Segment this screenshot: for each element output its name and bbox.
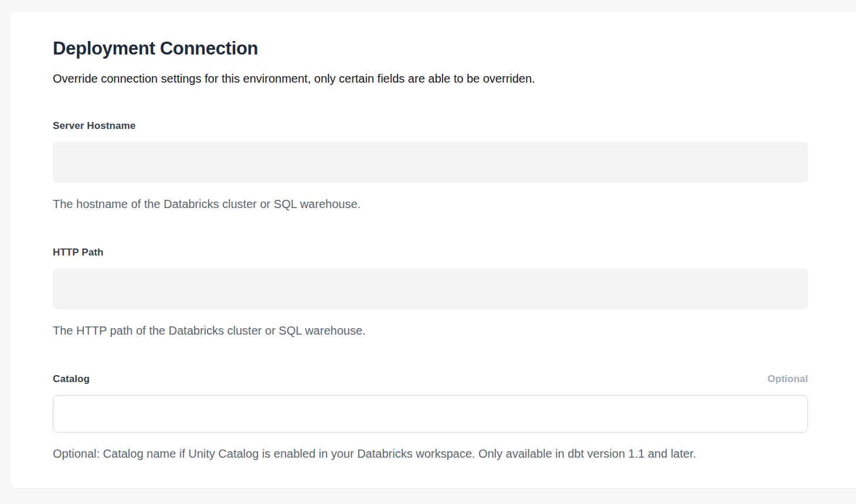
http-path-help: The HTTP path of the Databricks cluster … <box>53 323 808 338</box>
server-hostname-field: Server Hostname The hostname of the Data… <box>53 120 808 212</box>
optional-badge: Optional <box>767 373 808 385</box>
server-hostname-help: The hostname of the Databricks cluster o… <box>53 196 808 212</box>
card-content: Deployment Connection Override connectio… <box>11 12 808 461</box>
label-row: Catalog Optional <box>53 373 808 385</box>
http-path-field: HTTP Path The HTTP path of the Databrick… <box>53 247 808 338</box>
label-row: HTTP Path <box>53 247 808 258</box>
http-path-label: HTTP Path <box>53 247 104 258</box>
deployment-connection-card: Deployment Connection Override connectio… <box>11 12 856 488</box>
catalog-input[interactable] <box>53 395 808 433</box>
catalog-label: Catalog <box>53 373 90 385</box>
page-title: Deployment Connection <box>53 38 808 60</box>
server-hostname-label: Server Hostname <box>53 120 135 132</box>
http-path-input <box>53 268 808 309</box>
label-row: Server Hostname <box>53 120 808 132</box>
catalog-field: Catalog Optional Optional: Catalog name … <box>53 373 808 461</box>
server-hostname-input <box>53 142 808 183</box>
page-subtitle: Override connection settings for this en… <box>53 71 808 87</box>
catalog-help: Optional: Catalog name if Unity Catalog … <box>53 446 808 461</box>
